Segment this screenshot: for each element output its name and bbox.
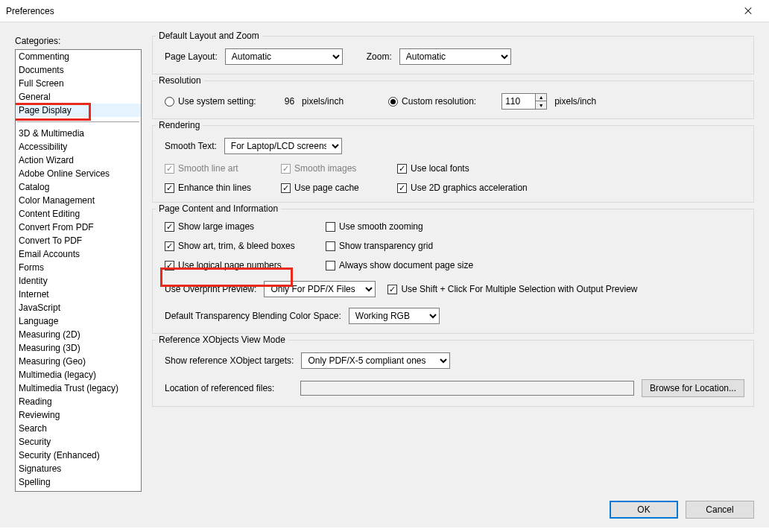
- list-item[interactable]: Language: [16, 314, 141, 328]
- custom-resolution-spinner[interactable]: ▲ ▼: [501, 93, 547, 110]
- list-item[interactable]: Signatures: [16, 462, 141, 475]
- spinner-down-icon[interactable]: ▼: [536, 101, 546, 109]
- check-show-art-trim-bleed[interactable]: Show art, trim, & bleed boxes: [165, 241, 318, 251]
- check-use-local-fonts[interactable]: Use local fonts: [397, 163, 469, 174]
- group-resolution: Resolution Use system setting: 96 pixels…: [152, 80, 754, 119]
- system-resolution-units: pixels/inch: [302, 96, 344, 107]
- system-resolution-value: 96: [285, 96, 294, 107]
- group-rendering: Rendering Smooth Text: For Laptop/LCD sc…: [152, 125, 754, 203]
- list-item[interactable]: Spelling: [16, 475, 141, 489]
- list-separator: [17, 121, 139, 122]
- list-item[interactable]: Convert From PDF: [16, 221, 141, 234]
- radio-custom-resolution[interactable]: Custom resolution:: [388, 96, 476, 107]
- list-item[interactable]: Security (Enhanced): [16, 449, 141, 462]
- check-always-show-doc-page-size[interactable]: Always show document page size: [326, 260, 473, 270]
- list-item[interactable]: Search: [16, 422, 141, 435]
- list-item[interactable]: Multimedia Trust (legacy): [16, 381, 141, 395]
- ok-button[interactable]: OK: [610, 501, 678, 519]
- titlebar: Preferences: [0, 0, 769, 22]
- list-item[interactable]: 3D & Multimedia: [16, 127, 141, 140]
- check-enhance-thin-lines[interactable]: Enhance thin lines: [165, 183, 273, 193]
- close-icon[interactable]: [733, 1, 763, 22]
- blending-space-label: Default Transparency Blending Color Spac…: [165, 311, 341, 321]
- spinner-up-icon[interactable]: ▲: [536, 94, 546, 101]
- browse-location-button[interactable]: Browse for Location...: [642, 379, 744, 397]
- group-title-layout: Default Layout and Zoom: [156, 31, 262, 41]
- list-item[interactable]: Reviewing: [16, 408, 141, 422]
- check-smooth-images: Smooth images: [281, 163, 390, 174]
- xobject-targets-label: Show reference XObject targets:: [165, 355, 294, 366]
- location-label: Location of referenced files:: [165, 383, 293, 393]
- main-panel: Default Layout and Zoom Page Layout: Aut…: [152, 36, 754, 492]
- check-use-smooth-zooming[interactable]: Use smooth zooming: [326, 221, 423, 232]
- list-item[interactable]: Content Editing: [16, 207, 141, 221]
- cancel-button[interactable]: Cancel: [686, 501, 754, 519]
- group-title-rendering: Rendering: [156, 120, 203, 130]
- check-smooth-line-art: Smooth line art: [165, 163, 273, 174]
- list-item[interactable]: Adobe Online Services: [16, 167, 141, 180]
- check-2d-accel[interactable]: Use 2D graphics acceleration: [397, 183, 528, 193]
- page-layout-select[interactable]: Automatic: [225, 48, 343, 65]
- list-item[interactable]: Identity: [16, 274, 141, 288]
- list-item[interactable]: Multimedia (legacy): [16, 368, 141, 381]
- list-item[interactable]: Email Accounts: [16, 247, 141, 261]
- list-item[interactable]: Action Wizard: [16, 153, 141, 167]
- overprint-preview-label: Use Overprint Preview:: [165, 284, 256, 294]
- check-shift-click-output-preview[interactable]: Use Shift + Click For Multiple Selection…: [387, 284, 637, 294]
- check-use-logical-page-numbers[interactable]: Use logical page numbers: [165, 260, 318, 270]
- list-item[interactable]: Full Screen: [16, 77, 141, 90]
- list-item[interactable]: Accessibility: [16, 140, 141, 153]
- sidebar: Categories: CommentingDocumentsFull Scre…: [15, 36, 142, 492]
- custom-resolution-units: pixels/inch: [554, 96, 596, 107]
- list-item[interactable]: Measuring (3D): [16, 341, 141, 355]
- list-item[interactable]: Measuring (Geo): [16, 355, 141, 368]
- page-layout-label: Page Layout:: [165, 51, 218, 62]
- radio-use-system[interactable]: Use system setting:: [165, 96, 256, 107]
- smooth-text-label: Smooth Text:: [165, 141, 217, 151]
- custom-resolution-input[interactable]: [502, 94, 535, 109]
- list-item[interactable]: General: [16, 90, 141, 104]
- list-item[interactable]: Color Management: [16, 194, 141, 207]
- smooth-text-select[interactable]: For Laptop/LCD screens: [224, 138, 342, 154]
- list-item[interactable]: Catalog: [16, 180, 141, 194]
- zoom-label: Zoom:: [367, 51, 392, 62]
- categories-label: Categories:: [15, 36, 142, 46]
- zoom-select[interactable]: Automatic: [399, 48, 511, 65]
- radio-use-system-label: Use system setting:: [178, 96, 256, 107]
- location-input[interactable]: [300, 381, 634, 396]
- check-show-large-images[interactable]: Show large images: [165, 221, 318, 232]
- list-item[interactable]: Commenting: [16, 50, 141, 63]
- list-item[interactable]: Convert To PDF: [16, 234, 141, 247]
- check-show-transparency-grid[interactable]: Show transparency grid: [326, 241, 433, 251]
- group-title-resolution: Resolution: [156, 75, 204, 86]
- dialog-buttons: OK Cancel: [0, 495, 769, 528]
- blending-space-select[interactable]: Working RGB: [349, 308, 440, 324]
- group-title-page-content: Page Content and Information: [156, 203, 281, 214]
- group-page-content: Page Content and Information Show large …: [152, 209, 754, 334]
- list-item[interactable]: Security: [16, 435, 141, 449]
- group-title-xobjects: Reference XObjects View Mode: [156, 335, 288, 345]
- list-item[interactable]: Page Display: [16, 104, 141, 117]
- check-use-page-cache[interactable]: Use page cache: [281, 183, 390, 193]
- list-item[interactable]: JavaScript: [16, 301, 141, 314]
- list-item[interactable]: Reading: [16, 395, 141, 408]
- xobject-targets-select[interactable]: Only PDF/X-5 compliant ones: [301, 352, 450, 369]
- group-xobjects: Reference XObjects View Mode Show refere…: [152, 340, 754, 407]
- list-item[interactable]: Measuring (2D): [16, 328, 141, 341]
- group-default-layout: Default Layout and Zoom Page Layout: Aut…: [152, 36, 754, 75]
- categories-listbox[interactable]: CommentingDocumentsFull ScreenGeneralPag…: [15, 49, 142, 492]
- window-title: Preferences: [6, 6, 54, 16]
- list-item[interactable]: Forms: [16, 261, 141, 274]
- list-item[interactable]: Documents: [16, 63, 141, 77]
- list-item[interactable]: Internet: [16, 288, 141, 301]
- radio-custom-label: Custom resolution:: [402, 96, 476, 107]
- overprint-preview-select[interactable]: Only For PDF/X Files: [264, 281, 376, 297]
